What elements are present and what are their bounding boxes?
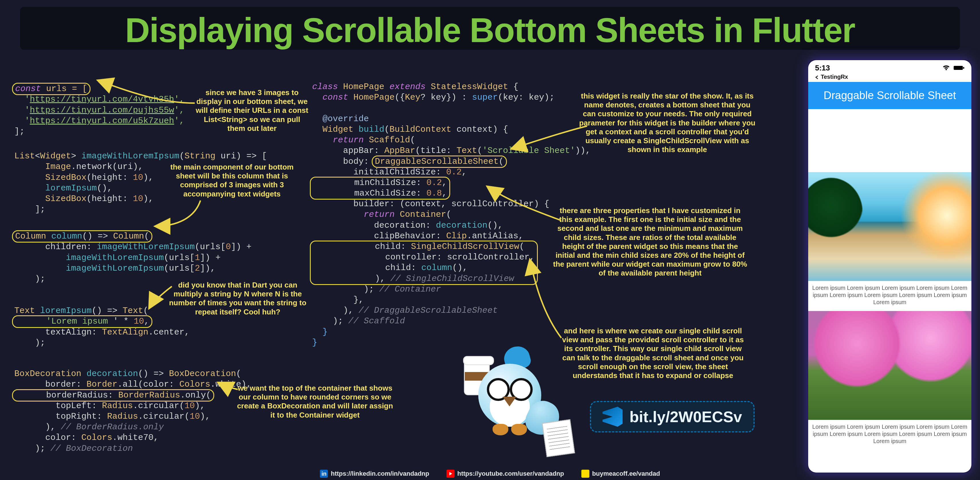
- shortlink-badge[interactable]: bit.ly/2W0ECSv: [590, 401, 755, 432]
- shortlink-text: bit.ly/2W0ECSv: [630, 408, 742, 426]
- note-urls: since we have 3 images to display in our…: [195, 88, 309, 133]
- battery-icon: [954, 64, 964, 73]
- youtube-icon: [447, 470, 455, 478]
- social-linkedin[interactable]: in https://linkedin.com/in/vandadnp: [320, 470, 429, 478]
- social-buymeacoffee[interactable]: buymeacoff.ee/vandad: [581, 470, 660, 478]
- note-multiply: did you know that in Dart you can multip…: [166, 281, 309, 316]
- phone-ipsum-1: Lorem ipsum Lorem ipsum Lorem ipsum Lore…: [808, 281, 971, 311]
- buymeacoffee-icon: [581, 470, 589, 478]
- phone-appbar-title: Draggable Scrollable Sheet: [808, 82, 971, 109]
- mascot-bird: [455, 329, 558, 458]
- svg-rect-0: [954, 66, 963, 70]
- phone-ipsum-2: Lorem ipsum Lorem ipsum Lorem ipsum Lore…: [808, 420, 971, 450]
- code-decoration-func: BoxDecoration decoration() => BoxDecorat…: [14, 358, 251, 454]
- phone-image-beach: [808, 172, 971, 281]
- code-lorem-func: Text loremIpsum() => Text( 'Lorem ipsum …: [14, 295, 189, 348]
- phone-mockup: 5:13 TestingRx Draggable Scrollable Shee…: [808, 60, 971, 472]
- note-sizes: there are three properties that I have c…: [553, 206, 748, 278]
- phone-time: 5:13: [815, 64, 830, 73]
- svg-rect-1: [963, 67, 964, 69]
- linkedin-icon: in: [320, 470, 328, 478]
- wifi-icon: [942, 64, 950, 73]
- note-scroll: and here is where we create our single c…: [558, 326, 748, 380]
- phone-image-blossom: [808, 311, 971, 420]
- page-title: Displaying Scrollable Bottom Sheets in F…: [20, 7, 960, 50]
- phone-device-label: TestingRx: [808, 74, 971, 82]
- phone-status-bar: 5:13: [808, 60, 971, 74]
- code-column-func: Column column() => Column( children: ima…: [14, 221, 251, 285]
- note-column: the main component of our bottom sheet w…: [161, 163, 304, 199]
- code-urls-block: const urls = [ 'https://tinyurl.com/4vtv…: [14, 73, 185, 137]
- vscode-icon: [603, 407, 623, 427]
- note-decoration: we want the top of the container that sh…: [235, 384, 395, 420]
- note-draggable: this widget is really the star of the sh…: [579, 92, 756, 154]
- social-youtube[interactable]: https://youtube.com/user/vandadnp: [447, 470, 564, 478]
- code-homepage-class: class HomePage extends StatelessWidget {…: [312, 71, 590, 348]
